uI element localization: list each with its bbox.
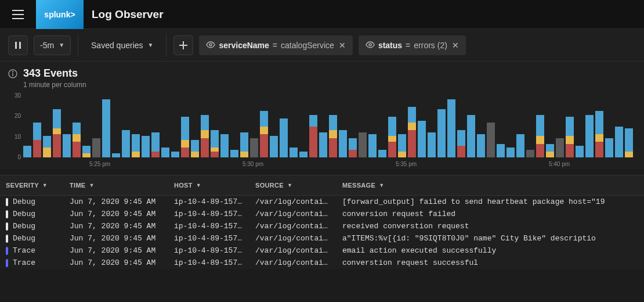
histogram-bar[interactable] <box>211 130 219 157</box>
histogram-bar[interactable] <box>556 138 564 157</box>
histogram-bar[interactable] <box>161 148 169 157</box>
histogram-bar[interactable] <box>43 136 51 157</box>
table-row[interactable]: TraceJun 7, 2020 9:45 AMip-10-4-89-157..… <box>0 257 644 269</box>
histogram-bar[interactable] <box>388 117 396 157</box>
cell-time: Jun 7, 2020 9:45 AM <box>64 222 168 231</box>
toolbar: -5m ▼ Saved queries ▼ serviceName=catalo… <box>0 29 644 62</box>
histogram-bar[interactable] <box>280 118 288 157</box>
histogram-bar[interactable] <box>349 138 357 157</box>
histogram-bar[interactable] <box>92 138 100 157</box>
info-icon[interactable] <box>8 69 17 81</box>
histogram-bar[interactable] <box>191 140 199 157</box>
histogram-bar[interactable] <box>73 123 81 157</box>
chevron-down-icon: ▼ <box>89 182 94 188</box>
histogram-bar[interactable] <box>102 99 110 157</box>
histogram-bar[interactable] <box>63 134 71 157</box>
table-row[interactable]: DebugJun 7, 2020 9:45 AMip-10-4-89-157..… <box>0 196 644 208</box>
histogram-bar[interactable] <box>576 146 584 157</box>
histogram-bar[interactable] <box>33 123 41 157</box>
histogram-bar[interactable] <box>319 132 327 157</box>
histogram-bar[interactable] <box>240 132 248 157</box>
histogram-bar[interactable] <box>53 109 61 157</box>
histogram-bar[interactable] <box>171 152 179 157</box>
histogram-bar[interactable] <box>585 115 594 157</box>
histogram-bar[interactable] <box>536 115 544 157</box>
svg-rect-4 <box>19 42 21 49</box>
add-filter-button[interactable] <box>173 35 193 55</box>
histogram-bar[interactable] <box>408 107 416 157</box>
histogram-bar[interactable] <box>595 111 603 157</box>
cell-source: /var/log/contai.. <box>249 222 337 231</box>
histogram-bar[interactable] <box>201 115 209 157</box>
histogram-bar[interactable] <box>270 136 278 157</box>
severity-value: Debug <box>13 234 35 243</box>
severity-value: Trace <box>13 246 35 255</box>
cell-message: converstion request successful <box>337 258 644 267</box>
histogram-bar[interactable] <box>447 99 455 157</box>
brand-logo[interactable]: splunk> <box>36 0 84 29</box>
histogram-bar[interactable] <box>220 134 229 157</box>
histogram-bar[interactable] <box>181 117 189 157</box>
histogram-bar[interactable] <box>437 109 446 157</box>
histogram-bar[interactable] <box>250 138 258 157</box>
column-header-severity[interactable]: SEVERITY▼ <box>0 182 64 189</box>
column-header-host[interactable]: HOST▼ <box>168 182 249 189</box>
histogram-bar[interactable] <box>309 115 317 157</box>
histogram-bar[interactable] <box>625 128 633 157</box>
histogram-bar[interactable] <box>615 127 623 157</box>
histogram-bar[interactable] <box>398 134 406 157</box>
svg-point-7 <box>209 44 212 46</box>
histogram-bar[interactable] <box>230 150 238 157</box>
saved-queries-dropdown[interactable]: Saved queries ▼ <box>85 35 159 55</box>
histogram-bar[interactable] <box>487 123 495 157</box>
histogram-bar[interactable] <box>339 130 347 157</box>
histogram-bar[interactable] <box>497 144 505 157</box>
histogram-bar[interactable] <box>566 117 574 157</box>
events-histogram[interactable]: 3020100 5:25 pm5:30 pm5:35 pm5:40 pm <box>8 94 636 169</box>
histogram-bar[interactable] <box>151 132 160 157</box>
histogram-bar[interactable] <box>132 134 140 157</box>
histogram-bar[interactable] <box>526 150 534 157</box>
histogram-bar[interactable] <box>605 138 613 157</box>
histogram-bar[interactable] <box>546 144 554 157</box>
histogram-bar[interactable] <box>290 148 298 157</box>
table-row[interactable]: DebugJun 7, 2020 9:45 AMip-10-4-89-157..… <box>0 220 644 232</box>
histogram-bar[interactable] <box>418 121 426 157</box>
time-range-picker[interactable]: -5m ▼ <box>34 35 71 55</box>
column-header-source[interactable]: SOURCE▼ <box>249 182 337 189</box>
histogram-bar[interactable] <box>142 136 150 157</box>
cell-message: [forward_output] failed to send heartbea… <box>337 197 644 206</box>
cell-host: ip-10-4-89-157... <box>168 222 249 231</box>
pause-button[interactable] <box>8 35 28 55</box>
filter-chip[interactable]: serviceName=catalogService✕ <box>199 35 352 55</box>
table-row[interactable]: DebugJun 7, 2020 9:45 AMip-10-4-89-157..… <box>0 232 644 245</box>
histogram-bar[interactable] <box>122 130 130 157</box>
histogram-bar[interactable] <box>112 153 120 157</box>
table-row[interactable]: DebugJun 7, 2020 9:45 AMip-10-4-89-157..… <box>0 208 644 220</box>
severity-value: Debug <box>13 222 35 231</box>
histogram-bar[interactable] <box>260 111 268 157</box>
histogram-bar[interactable] <box>299 152 307 157</box>
column-header-time[interactable]: TIME▼ <box>64 182 168 189</box>
histogram-bar[interactable] <box>467 115 475 157</box>
remove-filter-icon[interactable]: ✕ <box>339 41 346 50</box>
histogram-bar[interactable] <box>368 134 377 157</box>
cell-host: ip-10-4-89-157... <box>168 246 249 255</box>
histogram-bar[interactable] <box>378 150 386 157</box>
cell-time: Jun 7, 2020 9:45 AM <box>64 210 168 218</box>
filter-chip[interactable]: status=errors (2)✕ <box>359 35 466 55</box>
histogram-bar[interactable] <box>329 115 337 157</box>
histogram-bar[interactable] <box>23 146 31 157</box>
remove-filter-icon[interactable]: ✕ <box>452 41 459 50</box>
table-row[interactable]: TraceJun 7, 2020 9:45 AMip-10-4-89-157..… <box>0 245 644 257</box>
histogram-bar[interactable] <box>428 132 436 157</box>
histogram-bar[interactable] <box>457 130 465 157</box>
column-header-message[interactable]: MESSAGE▼ <box>337 182 644 189</box>
histogram-bar[interactable] <box>477 134 485 157</box>
hamburger-menu[interactable] <box>8 5 28 24</box>
histogram-bar[interactable] <box>506 148 515 157</box>
severity-indicator <box>6 235 8 243</box>
histogram-bar[interactable] <box>82 146 91 157</box>
histogram-bar[interactable] <box>516 134 524 157</box>
histogram-bar[interactable] <box>359 132 367 157</box>
